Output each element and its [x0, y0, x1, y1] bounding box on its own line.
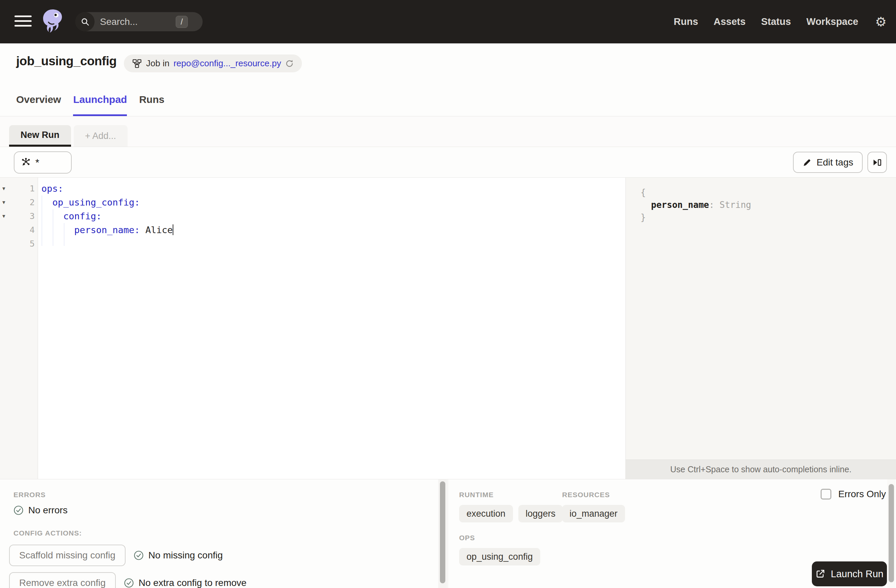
search-input[interactable]	[100, 17, 221, 27]
repo-link[interactable]: repo@config..._resource.py	[173, 58, 281, 68]
job-location-chip: Job in repo@config..._resource.py	[124, 55, 302, 72]
run-config-tab-new-run[interactable]: New Run	[9, 125, 71, 147]
nav-link-runs[interactable]: Runs	[674, 16, 698, 27]
check-circle-icon	[134, 550, 144, 561]
run-config-tab-band: New Run + Add...	[0, 116, 896, 147]
runtime-tag-loggers[interactable]: loggers	[518, 505, 563, 523]
external-link-icon	[815, 569, 825, 579]
page-title: job_using_config	[16, 54, 116, 68]
resource-tag-io-manager[interactable]: io_manager	[562, 505, 625, 523]
text-cursor	[173, 224, 173, 235]
resources-heading: RESOURCES	[562, 491, 610, 499]
code-line: ops:	[41, 182, 625, 196]
config-schema-panel: { person_name: String } Use Ctrl+Space t…	[625, 178, 896, 479]
job-tabs: Overview Launchpad Runs	[16, 84, 164, 116]
errors-only-label: Errors Only	[838, 489, 886, 500]
line-number: 2	[9, 198, 38, 207]
code-line: person_name: Alice	[41, 223, 625, 237]
op-tag-op-using-config[interactable]: op_using_config	[459, 548, 540, 565]
job-chip-prefix: Job in	[146, 58, 169, 68]
run-config-tab-add[interactable]: + Add...	[74, 125, 128, 147]
config-actions-heading: CONFIG ACTIONS:	[14, 529, 82, 537]
nav-link-status[interactable]: Status	[761, 16, 791, 27]
check-circle-icon	[124, 578, 134, 588]
fold-arrow-icon[interactable]: ▾	[0, 185, 9, 192]
gear-icon[interactable]: ⚙	[875, 0, 887, 43]
no-extra-config-status: No extra config to remove	[124, 577, 247, 588]
code-line: config:	[41, 209, 625, 223]
autocomplete-hint: Use Ctrl+Space to show auto-completions …	[626, 459, 896, 479]
search-input-container: /	[75, 12, 203, 31]
op-selector-input[interactable]: *	[14, 151, 72, 173]
fold-arrow-icon[interactable]: ▾	[0, 199, 9, 206]
search-shortcut-key: /	[176, 16, 188, 28]
scaffold-missing-config-button[interactable]: Scaffold missing config	[9, 545, 125, 566]
expand-panel-button[interactable]	[867, 152, 887, 173]
search-icon	[75, 12, 94, 31]
left-panel-scrollbar	[438, 479, 447, 588]
tab-runs[interactable]: Runs	[139, 84, 164, 116]
launch-run-button[interactable]: Launch Run	[812, 561, 887, 586]
schema-field-type: String	[720, 200, 751, 210]
nav-links: Runs Assets Status Workspace	[674, 0, 858, 43]
no-errors-status: No errors	[14, 505, 68, 516]
yaml-config-editor[interactable]: ops: op_using_config: config: person_nam…	[38, 178, 625, 479]
errors-heading: ERRORS	[14, 491, 46, 499]
editor-gutter: ▾1 ▾2 ▾3 4 5	[0, 178, 38, 479]
bottom-panel: ERRORS No errors CONFIG ACTIONS: Scaffol…	[0, 479, 896, 588]
code-line	[41, 237, 625, 251]
job-graph-icon	[132, 59, 142, 68]
check-circle-icon	[14, 505, 24, 515]
code-line: op_using_config:	[41, 196, 625, 209]
pencil-icon	[802, 158, 812, 167]
runtime-tag-execution[interactable]: execution	[459, 505, 513, 523]
op-selector-value: *	[35, 157, 40, 168]
reload-icon[interactable]	[285, 59, 294, 68]
dagster-launchpad-page: / Runs Assets Status Workspace ⚙ job_usi…	[0, 0, 896, 588]
schema-type-signature: { person_name: String }	[626, 178, 896, 224]
ops-heading: OPS	[459, 534, 475, 542]
config-editor-region: ▾1 ▾2 ▾3 4 5 ops: op_using_config: confi…	[0, 178, 896, 479]
errors-only-toggle: Errors Only	[821, 489, 886, 500]
tab-launchpad[interactable]: Launchpad	[73, 84, 127, 116]
nav-link-assets[interactable]: Assets	[713, 16, 745, 27]
left-panel-scrollbar-thumb[interactable]	[440, 482, 445, 583]
dagster-logo-icon[interactable]	[39, 8, 66, 36]
op-selector-icon	[21, 157, 31, 168]
fold-arrow-icon[interactable]: ▾	[0, 213, 9, 220]
edit-tags-button[interactable]: Edit tags	[793, 152, 862, 173]
line-number: 3	[9, 211, 38, 221]
remove-extra-config-button[interactable]: Remove extra config	[9, 572, 116, 588]
line-number: 1	[9, 184, 38, 193]
runtime-heading: RUNTIME	[459, 491, 494, 499]
line-number: 4	[9, 225, 38, 235]
right-panel-scrollbar	[887, 479, 895, 588]
bottom-panel-divider	[448, 479, 448, 588]
right-panel-scrollbar-thumb[interactable]	[888, 484, 894, 582]
errors-only-checkbox[interactable]	[821, 489, 831, 500]
page-header: job_using_config Job in repo@config..._r…	[0, 43, 896, 84]
hamburger-menu-icon[interactable]	[14, 15, 32, 28]
launchpad-toolbar: * Edit tags	[0, 147, 896, 178]
tab-overview[interactable]: Overview	[16, 84, 61, 116]
top-navbar: / Runs Assets Status Workspace ⚙	[0, 0, 896, 43]
nav-link-workspace[interactable]: Workspace	[806, 16, 858, 27]
expand-panel-icon	[872, 157, 882, 167]
line-number: 5	[9, 239, 38, 249]
no-missing-config-status: No missing config	[134, 550, 223, 561]
schema-field-name[interactable]: person_name	[651, 200, 709, 210]
